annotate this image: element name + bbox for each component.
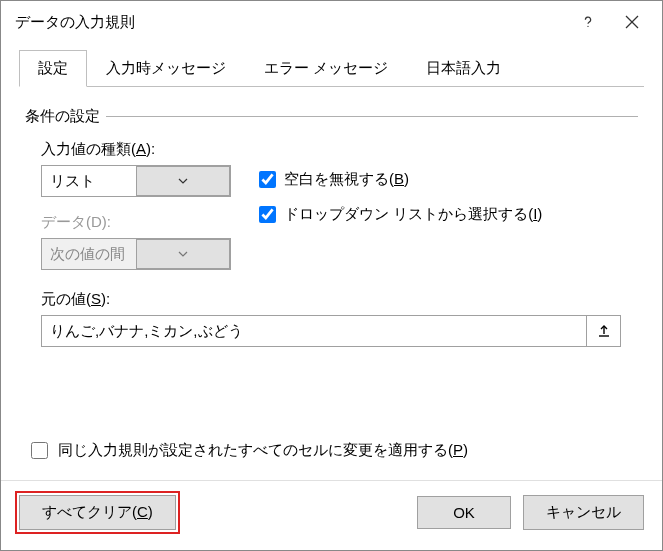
data-dropdown-button [136, 239, 230, 269]
dialog-footer: すべてクリア(C) OK キャンセル [1, 480, 662, 550]
window-title: データの入力規則 [15, 13, 566, 32]
in-cell-dropdown-label: ドロップダウン リストから選択する(I) [284, 205, 542, 224]
tab-settings[interactable]: 設定 [19, 50, 87, 87]
data-combobox: 次の値の間 [41, 238, 231, 270]
validation-criteria-title: 条件の設定 [25, 107, 638, 126]
allow-label: 入力値の種類(A): [41, 140, 231, 159]
close-button[interactable] [610, 6, 654, 38]
data-label: データ(D): [41, 213, 231, 232]
tab-error-alert[interactable]: エラー メッセージ [245, 50, 407, 87]
in-cell-dropdown-option[interactable]: ドロップダウン リストから選択する(I) [259, 205, 542, 224]
ignore-blank-option[interactable]: 空白を無視する(B) [259, 170, 542, 189]
svg-point-0 [587, 26, 588, 27]
source-input[interactable] [41, 315, 587, 347]
collapse-dialog-icon [597, 324, 611, 338]
tab-input-message[interactable]: 入力時メッセージ [87, 50, 245, 87]
allow-combobox[interactable]: リスト [41, 165, 231, 197]
apply-to-all-option[interactable]: 同じ入力規則が設定されたすべてのセルに変更を適用する(P) [31, 441, 638, 460]
source-label: 元の値(S): [41, 290, 638, 309]
apply-to-all-checkbox[interactable] [31, 442, 48, 459]
in-cell-dropdown-checkbox[interactable] [259, 206, 276, 223]
cancel-button[interactable]: キャンセル [523, 495, 644, 530]
ignore-blank-label: 空白を無視する(B) [284, 170, 409, 189]
tab-ime-mode[interactable]: 日本語入力 [407, 50, 520, 87]
chevron-down-icon [178, 249, 188, 259]
ok-button[interactable]: OK [417, 496, 511, 529]
data-value: 次の値の間 [42, 239, 136, 269]
help-button[interactable] [566, 6, 610, 38]
tab-bar: 設定 入力時メッセージ エラー メッセージ 日本語入力 [19, 49, 644, 87]
range-picker-button[interactable] [587, 315, 621, 347]
apply-to-all-label: 同じ入力規則が設定されたすべてのセルに変更を適用する(P) [58, 441, 468, 460]
ignore-blank-checkbox[interactable] [259, 171, 276, 188]
title-bar: データの入力規則 [1, 1, 662, 43]
allow-value: リスト [42, 166, 136, 196]
clear-all-button[interactable]: すべてクリア(C) [19, 495, 176, 530]
allow-dropdown-button[interactable] [136, 166, 230, 196]
chevron-down-icon [178, 176, 188, 186]
close-icon [625, 15, 639, 29]
criteria-label: 条件の設定 [25, 107, 100, 126]
help-icon [581, 15, 595, 29]
